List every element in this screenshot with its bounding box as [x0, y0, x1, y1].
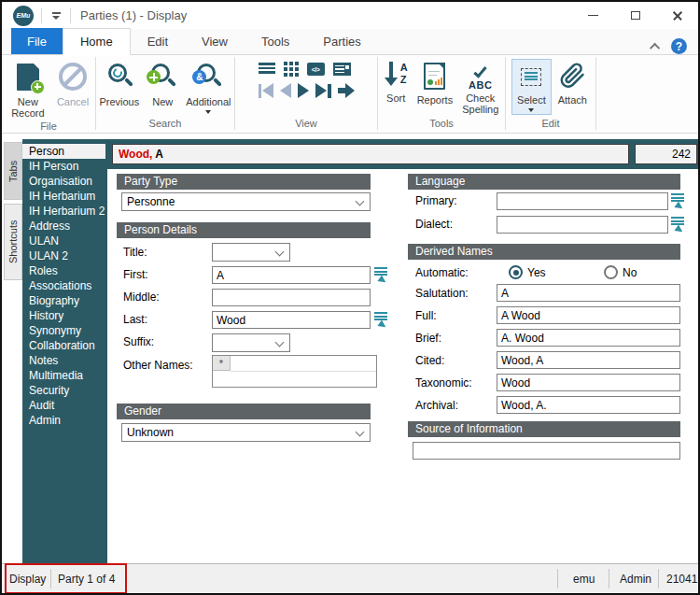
collapse-ribbon-icon[interactable] [650, 42, 660, 52]
sidebar-item-ulan[interactable]: ULAN [22, 234, 107, 248]
sidebar-item-roles[interactable]: Roles [22, 263, 107, 278]
app-logo-icon: EMu [13, 6, 34, 26]
side-tab-tabs[interactable]: Tabs [4, 142, 22, 200]
sidebar-item-admin[interactable]: Admin [22, 413, 107, 428]
sidebar-item-security[interactable]: Security [22, 383, 107, 398]
middle-name-field[interactable] [212, 289, 371, 306]
brief-label: Brief: [415, 332, 441, 345]
first-record-button[interactable] [259, 83, 274, 98]
group-separator [595, 57, 596, 130]
tab-tools[interactable]: Tools [245, 28, 306, 54]
ribbon-tab-row: File Home Edit View Tools Parties ? [2, 29, 698, 55]
maximize-button[interactable] [614, 2, 656, 29]
tab-home[interactable]: Home [63, 28, 131, 55]
sidebar-item-organisation[interactable]: Organisation [22, 174, 107, 189]
automatic-yes-label: Yes [527, 266, 546, 279]
grid-new-row-marker: * [213, 356, 231, 371]
primary-multiline-icon[interactable] [671, 193, 686, 208]
goto-record-button[interactable] [338, 83, 355, 98]
side-tab-shortcuts[interactable]: Shortcuts [4, 204, 22, 280]
last-name-field[interactable] [212, 311, 371, 329]
record-summary: Wood, A [112, 144, 629, 164]
dialect-label: Dialect: [415, 218, 453, 231]
cited-name-field[interactable] [497, 351, 680, 369]
taxonomic-name-field[interactable] [497, 374, 680, 391]
status-record-position: Party 1 of 4 [58, 564, 115, 593]
gender-header: Gender [117, 404, 371, 419]
chevron-down-icon [356, 428, 365, 437]
additional-search-button[interactable]: & Additional [181, 58, 235, 116]
primary-label: Primary: [415, 194, 457, 207]
cancel-button[interactable]: Cancel [52, 58, 93, 109]
first-multiline-icon[interactable] [374, 267, 389, 282]
sidebar-item-associations[interactable]: Associations [22, 278, 107, 293]
list-view-icon[interactable] [259, 63, 275, 76]
check-spelling-button[interactable]: ABC Check Spelling [457, 58, 503, 117]
help-icon[interactable]: ? [671, 38, 687, 54]
suffix-combo[interactable] [212, 333, 290, 352]
title-bar: EMu Parties (1) - Display [2, 2, 698, 29]
quick-access-dropdown-icon[interactable] [49, 12, 63, 20]
last-multiline-icon[interactable] [374, 312, 389, 327]
tab-file[interactable]: File [11, 28, 63, 54]
grid-view-icon[interactable] [284, 62, 299, 77]
sidebar-item-ulan-2[interactable]: ULAN 2 [22, 248, 107, 263]
dialect-multiline-icon[interactable] [671, 217, 686, 232]
automatic-yes-radio[interactable] [509, 265, 523, 279]
title-label: Title: [123, 246, 147, 259]
new-record-button[interactable]: New Record [4, 58, 52, 120]
tab-edit[interactable]: Edit [131, 28, 185, 54]
first-name-field[interactable] [212, 266, 371, 284]
new-record-icon [17, 64, 39, 91]
archival-name-field[interactable] [497, 396, 680, 414]
sidebar-item-address[interactable]: Address [22, 219, 107, 234]
brief-name-field[interactable] [497, 329, 680, 347]
dialect-field[interactable] [497, 216, 668, 234]
status-database: emu [573, 564, 595, 593]
code-view-icon[interactable]: </> [307, 63, 325, 76]
chevron-down-icon [275, 248, 285, 257]
attach-icon [558, 62, 586, 90]
other-names-grid[interactable]: * [212, 355, 377, 388]
gender-value: Unknown [127, 426, 174, 439]
new-search-button[interactable]: New [144, 58, 181, 109]
primary-language-field[interactable] [497, 192, 668, 210]
full-name-field[interactable] [497, 306, 680, 324]
sidebar-item-ih-herbarium-2[interactable]: IH Herbarium 2 [22, 204, 107, 219]
sidebar-item-biography[interactable]: Biography [22, 293, 107, 308]
title-combo[interactable] [212, 243, 290, 262]
automatic-no-radio[interactable] [604, 265, 618, 279]
status-separator [557, 569, 558, 588]
sidebar-item-notes[interactable]: Notes [22, 353, 107, 368]
sidebar-item-history[interactable]: History [22, 308, 107, 323]
tab-view[interactable]: View [185, 28, 245, 54]
source-of-information-field[interactable] [413, 442, 680, 460]
attach-button[interactable]: Attach [553, 58, 592, 107]
last-record-button[interactable] [315, 83, 331, 98]
sidebar-item-ih-person[interactable]: IH Person [22, 159, 107, 174]
party-type-combo[interactable]: Personne [121, 192, 371, 211]
minimize-button[interactable] [572, 2, 614, 29]
tab-parties[interactable]: Parties [306, 28, 377, 54]
close-button[interactable] [656, 2, 698, 29]
group-label-search: Search [149, 118, 182, 133]
sidebar-item-multimedia[interactable]: Multimedia [22, 368, 107, 383]
next-record-button[interactable] [298, 83, 309, 98]
previous-search-button[interactable]: Previous [94, 58, 144, 109]
sidebar-item-collaboration[interactable]: Collaboration [22, 338, 107, 353]
reports-button[interactable]: Reports [413, 58, 458, 107]
sidebar-item-ih-herbarium[interactable]: IH Herbarium [22, 189, 107, 204]
details-view-icon[interactable] [333, 63, 351, 76]
salutation-label: Salutation: [415, 287, 469, 300]
salutation-field[interactable] [497, 284, 680, 302]
sidebar-item-person[interactable]: Person [22, 144, 107, 159]
status-mode: Display [9, 564, 46, 593]
sidebar-item-synonymy[interactable]: Synonymy [22, 323, 107, 338]
app-window: EMu Parties (1) - Display File Home Edit… [0, 0, 700, 595]
record-summary-strip: Wood, A 242 [105, 139, 700, 169]
sort-button[interactable]: AZ Sort [380, 58, 413, 106]
sidebar-item-audit[interactable]: Audit [22, 398, 107, 413]
gender-combo[interactable]: Unknown [121, 423, 371, 442]
previous-record-button[interactable] [280, 83, 291, 98]
select-button[interactable]: Select [511, 59, 552, 115]
